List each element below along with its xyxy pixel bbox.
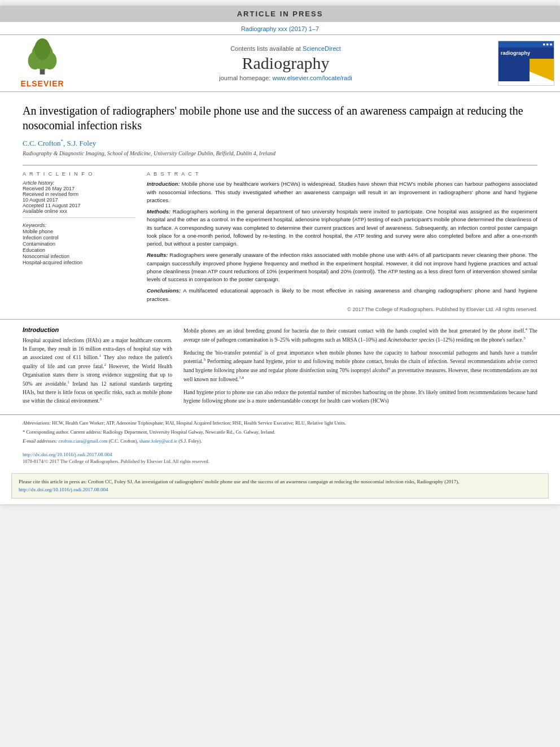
footnotes-section: Abbreviations: HCW, Health Care Worker; … [0,414,560,449]
abstract-intro: Introduction: Mobile phone use by health… [147,180,537,204]
citation-text: Please cite this article in press as: Cr… [19,479,459,484]
elsevier-logo: ELSEVIER [6,38,79,88]
abstract-methods: Methods: Radiographers working in the ge… [147,208,537,248]
abstract-results-text: Radiographers were generally unaware of … [147,252,537,282]
abstract-conclusions: Conclusions: A multifaceted educational … [147,287,537,303]
abstract-methods-text: Radiographers working in the general dep… [147,208,537,247]
abbreviations-text: HCW, Health Care Worker; ATP, Adenosine … [52,420,346,426]
doi-line: http://dx.doi.org/10.1016/j.radi.2017.08… [0,449,560,458]
sciencedirect-link[interactable]: ScienceDirect [303,45,341,52]
corresponding-text: * Corresponding author. Current address:… [23,429,275,435]
keyword-6: Hospital-acquired infection [23,260,135,265]
journal-title-main: Radiography [79,54,492,73]
authors-text: C.C. Crofton*, S.J. Foley [23,139,96,147]
journal-ref-text: Radiography xxx (2017) 1–7 [241,25,319,32]
journal-header: ELSEVIER Contents lists available at Sci… [0,34,560,92]
revised-label: Received in revised form [23,191,135,197]
banner-text: ARTICLE IN PRESS [237,10,323,18]
elsevier-tree-icon [23,38,62,78]
radiography-logo-text: radiography [501,50,530,56]
rights-line: 1078-8174/© 2017 The College of Radiogra… [0,458,560,468]
journal-ref-line: Radiography xxx (2017) 1–7 [0,22,560,34]
abstract-intro-text: Mobile phone use by healthcare workers (… [147,181,537,203]
keywords-label: Keywords: [23,222,135,228]
abstract-intro-label: Introduction: [147,181,180,187]
main-content: An investigation of radiographers' mobil… [0,103,560,312]
keyword-4: Education [23,247,135,253]
keywords-block: Keywords: Mobile phone Infection control… [23,222,135,265]
journal-homepage: journal homepage: www.elsevier.com/locat… [79,75,492,81]
doi-url[interactable]: http://dx.doi.org/10.1016/j.radi.2017.08… [23,452,112,457]
received-date: Received 26 May 2017 [23,186,135,191]
intro-para-2: Mobile phones are an ideal breeding grou… [183,326,537,344]
article-info-abstract-section: A R T I C L E I N F O Article history: R… [23,165,537,312]
abstract-conclusions-text: A multifaceted educational approach is l… [147,287,537,302]
radiography-logo-box: ■ ■ ■ radiography [492,41,554,86]
available-online: Available online xxx [23,208,135,214]
affiliation: Radiography & Diagnostic Imaging, School… [23,150,537,156]
abstract-methods-label: Methods: [147,208,170,215]
accepted-date: Accepted 11 August 2017 [23,203,135,208]
intro-para-3: Reducing the 'bio-transfer potential' is… [183,349,537,384]
article-title: An investigation of radiographers' mobil… [23,103,537,133]
homepage-label: journal homepage: [219,75,270,81]
radiography-logo-top: ■ ■ ■ [498,41,554,47]
abstract-column: A B S T R A C T Introduction: Mobile pho… [147,171,537,312]
sciencedirect-line: Contents lists available at ScienceDirec… [79,45,492,52]
page: ARTICLE IN PRESS Radiography xxx (2017) … [0,6,560,504]
introduction-section: Introduction Hospital acquired infection… [0,326,560,410]
homepage-url[interactable]: www.elsevier.com/locate/radi [272,75,352,81]
abstract-results-label: Results: [147,252,168,258]
history-label: Article history: [23,180,135,186]
keyword-1: Mobile phone [23,229,135,234]
intro-para-1: Hospital acquired infections (HAIs) are … [23,337,172,405]
article-info-header: A R T I C L E I N F O [23,171,135,177]
email1[interactable]: crofton.ciara@gmail.com [58,438,107,444]
keyword-5: Nosocomial infection [23,254,135,259]
intro-left-column: Introduction Hospital acquired infection… [23,326,172,410]
abstract-conclusions-label: Conclusions: [147,287,181,294]
citation-doi[interactable]: http://dx.doi.org/10.1016/j.radi.2017.08… [19,487,108,492]
email-footnote: E-mail addresses: crofton.ciara@gmail.co… [23,438,537,445]
abbreviations-label: Abbreviations: [23,420,51,426]
copyright-line: © 2017 The College of Radiographers. Pub… [147,307,537,312]
journal-center: Contents lists available at ScienceDirec… [79,45,492,81]
radiography-logo: ■ ■ ■ radiography [498,41,554,86]
svg-point-4 [34,38,50,60]
svg-point-5 [41,65,43,68]
intro-para-4: Hand hygiene prior to phone use can also… [183,388,537,405]
article-in-press-banner: ARTICLE IN PRESS [0,6,560,22]
introduction-heading: Introduction [23,326,172,333]
email-label: E-mail addresses: [23,438,57,444]
contents-line: Contents lists available at [230,45,301,52]
authors: C.C. Crofton*, S.J. Foley [23,138,537,148]
abbreviations-footnote: Abbreviations: HCW, Health Care Worker; … [23,420,537,427]
email1-name: (C.C. Crofton), [109,438,138,444]
keyword-3: Contamination [23,241,135,247]
email2-name: (S.J. Foley). [178,438,202,444]
elsevier-label: ELSEVIER [20,79,64,88]
keyword-2: Infection control [23,235,135,241]
section-divider [0,319,560,320]
abstract-header: A B S T R A C T [147,171,537,177]
intro-right-column: Mobile phones are an ideal breeding grou… [183,326,537,410]
article-info-column: A R T I C L E I N F O Article history: R… [23,171,135,312]
abstract-results: Results: Radiographers were generally un… [147,251,537,283]
corresponding-footnote: * Corresponding author. Current address:… [23,429,537,436]
article-history-block: Article history: Received 26 May 2017 Re… [23,180,135,218]
email2[interactable]: shane.foley@ucd.ie [139,438,177,444]
revised-date: 10 August 2017 [23,197,135,203]
citation-box: Please cite this article in press as: Cr… [11,473,549,499]
